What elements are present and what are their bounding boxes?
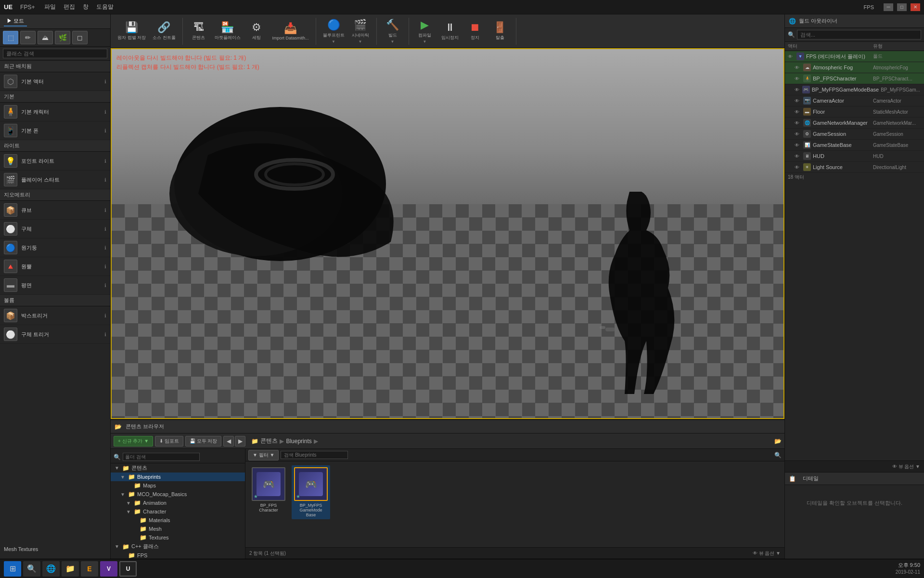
info-icon[interactable]: ℹ xyxy=(104,245,106,250)
info-icon[interactable]: ℹ xyxy=(104,226,106,232)
tree-item-mesh[interactable]: 📁 Mesh xyxy=(111,525,245,533)
list-item[interactable]: 💡 포인트 라이트 ℹ xyxy=(0,152,110,171)
browser-button[interactable]: 🌐 xyxy=(42,561,60,577)
info-icon[interactable]: ℹ xyxy=(104,177,106,183)
visibility-icon[interactable]: 👁 xyxy=(795,98,801,104)
search-button[interactable]: 🔍 xyxy=(23,561,40,577)
info-icon[interactable]: ℹ xyxy=(104,109,106,115)
nav-forward-button[interactable]: ▶ xyxy=(235,436,245,447)
outliner-view-options[interactable]: 👁 뷰 옵션 ▼ xyxy=(892,463,920,470)
outliner-item-light-source[interactable]: 👁 ☀ Light Source DirectionalLight xyxy=(785,162,924,173)
info-icon[interactable]: ℹ xyxy=(104,79,106,84)
cinematics-button[interactable]: 🎬 시네마틱 ▼ xyxy=(348,18,372,45)
info-icon[interactable]: ℹ xyxy=(104,332,106,337)
epic-games-button[interactable]: E xyxy=(81,561,98,577)
visibility-icon[interactable]: 👁 xyxy=(795,131,801,137)
visibility-icon[interactable]: 👁 xyxy=(795,87,800,92)
close-button[interactable]: ✕ xyxy=(911,3,920,11)
build-button[interactable]: 🔨 빌드 ▼ xyxy=(381,18,405,45)
info-icon[interactable]: ℹ xyxy=(104,128,106,133)
menu-edit[interactable]: 편집 xyxy=(64,3,75,11)
visibility-icon[interactable]: 👁 xyxy=(788,54,795,59)
outliner-item-hud[interactable]: 👁 🖥 HUD HUD xyxy=(785,151,924,162)
menu-help[interactable]: 도움말 xyxy=(96,3,114,11)
info-icon[interactable]: ℹ xyxy=(104,283,106,288)
outliner-item-fps-character[interactable]: 👁 🧍 BP_FPSCharacter BP_FPSCharact... xyxy=(785,73,924,84)
tree-item-content[interactable]: ▼ 📁 콘텐츠 xyxy=(111,463,245,473)
tree-item-textures[interactable]: 📁 Textures xyxy=(111,533,245,542)
list-item[interactable]: 🧍 기본 캐릭터 ℹ xyxy=(0,103,110,121)
import-datasmith-button[interactable]: 📥 Import Datasmith... xyxy=(270,18,312,45)
visibility-icon[interactable]: 👁 xyxy=(795,109,801,115)
play-button[interactable]: ▶ 컴파일 ▼ xyxy=(413,18,437,45)
add-new-button[interactable]: + 신규 추가 ▼ xyxy=(114,436,153,447)
foliage-mode-btn[interactable]: 🌿 xyxy=(55,31,70,44)
paint-mode-btn[interactable]: ✏ xyxy=(20,31,36,44)
file-item-bp-gamemode[interactable]: 🎮 ★ BP_MyFPSGameModeBase xyxy=(292,465,330,519)
blueprint-button[interactable]: 🔵 블루프린트 ▼ xyxy=(320,18,347,45)
tree-item-fps[interactable]: 📁 FPS xyxy=(111,551,245,559)
list-item[interactable]: 📦 박스트리거 ℹ xyxy=(0,306,110,325)
visibility-icon[interactable]: 👁 xyxy=(795,143,801,148)
tree-item-maps[interactable]: 📁 Maps xyxy=(111,481,245,490)
visibility-icon[interactable]: 👁 xyxy=(795,154,801,159)
marketplace-button[interactable]: 🏪 마켓플레이스 xyxy=(212,18,244,45)
info-icon[interactable]: ℹ xyxy=(104,158,106,164)
list-item[interactable]: 🔺 원뿔 ℹ xyxy=(0,257,110,276)
outliner-item-game-session[interactable]: 👁 ⚙ GameSession GameSession xyxy=(785,129,924,140)
menu-window[interactable]: 창 xyxy=(83,3,89,11)
visibility-icon[interactable]: 👁 xyxy=(795,120,801,126)
breadcrumb-content[interactable]: 콘텐츠 xyxy=(260,437,278,445)
list-item[interactable]: ⚪ 구체 트리거 ℹ xyxy=(0,325,110,344)
import-button[interactable]: ⬇ 임포트 xyxy=(155,436,183,447)
outliner-group-fps[interactable]: 👁 ▼ FPS (에디터에서 플레이) 폴드 xyxy=(785,51,924,62)
search-files-input[interactable] xyxy=(281,451,348,459)
eject-button[interactable]: 🚪 탈출 xyxy=(488,18,512,45)
source-control-button[interactable]: 🔗 소스 컨트롤 xyxy=(150,18,179,45)
info-icon[interactable]: ℹ xyxy=(104,264,106,269)
menu-file[interactable]: 파일 xyxy=(44,3,56,11)
save-button[interactable]: 💾 원자 렙밸 저장 xyxy=(115,18,149,45)
content-button[interactable]: 🏗 콘텐츠 xyxy=(187,18,211,45)
list-item[interactable]: ▬ 평면 ℹ xyxy=(0,276,110,295)
tree-item-mco[interactable]: ▼ 📁 MCO_Mocap_Basics xyxy=(111,490,245,499)
place-mode-btn[interactable]: ⬚ xyxy=(3,31,18,44)
folder-button[interactable]: 📁 xyxy=(62,561,79,577)
list-item[interactable]: ⬡ 기본 액터 ℹ xyxy=(0,72,110,91)
list-item[interactable]: ⚪ 구체 ℹ xyxy=(0,220,110,238)
list-item[interactable]: 📦 큐브 ℹ xyxy=(0,201,110,220)
tree-item-cpp[interactable]: ▼ 📁 C++ 클래스 xyxy=(111,542,245,551)
stop-button[interactable]: ⏹ 정지 xyxy=(463,18,487,45)
vs-button[interactable]: V xyxy=(100,561,117,577)
tree-item-blueprints[interactable]: ▼ 📁 Blueprints xyxy=(111,473,245,481)
visibility-icon[interactable]: 👁 xyxy=(795,65,801,70)
breadcrumb-blueprints[interactable]: Blueprints xyxy=(286,438,311,445)
settings-button[interactable]: ⚙ 세팅 xyxy=(244,18,269,45)
maximize-button[interactable]: □ xyxy=(897,3,907,11)
outliner-item-network-manager[interactable]: 👁 🌐 GameNetworkManager GameNetworkMar... xyxy=(785,118,924,129)
outliner-search-input[interactable] xyxy=(797,30,921,39)
filter-button[interactable]: ▼ 필터 ▼ xyxy=(248,450,279,460)
unreal-button[interactable]: U xyxy=(119,561,137,577)
save-all-button[interactable]: 💾 모두 저장 xyxy=(185,436,222,447)
tree-item-materials[interactable]: 📁 Materials xyxy=(111,516,245,525)
outliner-item-floor[interactable]: 👁 ▬ Floor StaticMeshActor xyxy=(785,106,924,118)
outliner-item-camera[interactable]: 👁 📷 CameraActor CameraActor xyxy=(785,95,924,106)
tree-item-character[interactable]: ▼ 📁 Character xyxy=(111,507,245,516)
visibility-icon[interactable]: 👁 xyxy=(795,76,801,81)
viewport[interactable]: 레이아웃을 다시 빌드해야 합니다 (빌드 필요: 1 개) 리플렉션 캡처를 … xyxy=(111,48,784,419)
class-search-input[interactable] xyxy=(3,49,107,58)
menu-bar[interactable]: 파일 편집 창 도움말 xyxy=(44,3,114,11)
info-icon[interactable]: ℹ xyxy=(104,313,106,318)
geometry-mode-btn[interactable]: ◻ xyxy=(72,31,88,44)
visibility-icon[interactable]: 👁 xyxy=(795,165,801,170)
info-icon[interactable]: ℹ xyxy=(104,208,106,213)
tree-item-animation[interactable]: ▼ 📁 Animation xyxy=(111,499,245,507)
outliner-item-atmospheric-fog[interactable]: 👁 ☁ Atmospheric Fog AtmosphericFog xyxy=(785,62,924,73)
view-options[interactable]: 👁 뷰 옵션 ▼ xyxy=(753,550,781,557)
minimize-button[interactable]: ─ xyxy=(884,3,893,11)
folder-search-input[interactable] xyxy=(123,453,200,461)
list-item[interactable]: 📱 기본 폰 ℹ xyxy=(0,121,110,140)
start-button[interactable]: ⊞ xyxy=(4,561,21,577)
landscape-mode-btn[interactable]: ⛰ xyxy=(38,31,53,44)
